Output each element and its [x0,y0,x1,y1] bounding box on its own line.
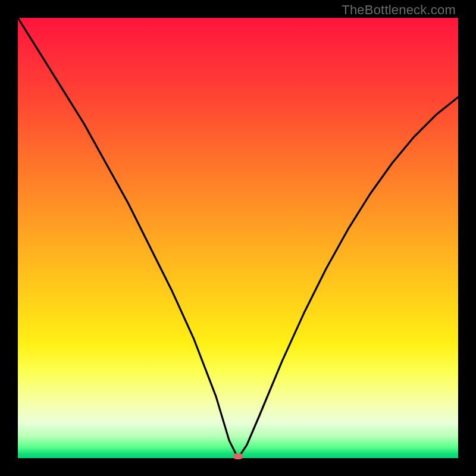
bottleneck-curve [18,18,458,458]
optimal-point-marker [233,453,243,459]
chart-frame: TheBottleneck.com [0,0,476,476]
plot-area [18,18,458,458]
watermark-text: TheBottleneck.com [342,2,456,18]
